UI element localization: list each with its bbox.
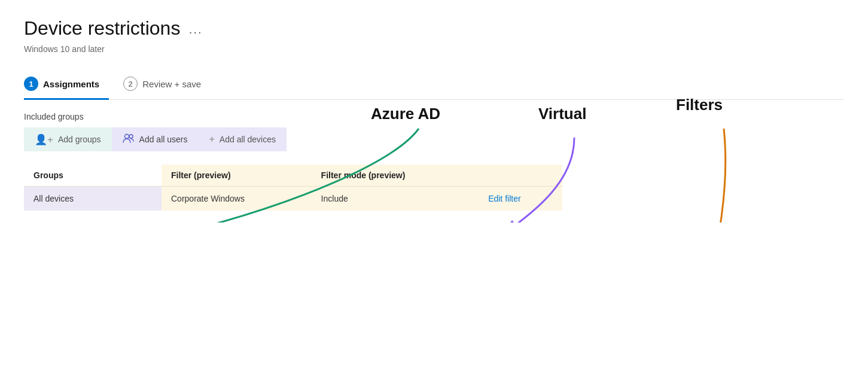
col-header-action [479, 164, 562, 187]
svg-point-0 [124, 134, 129, 138]
annotation-filters: Filters [676, 96, 723, 114]
edit-filter-link[interactable]: Edit filter [488, 194, 520, 203]
more-options-button[interactable]: ··· [189, 25, 203, 38]
add-all-users-button[interactable]: Add all users [112, 127, 199, 151]
add-all-users-label: Add all users [139, 135, 188, 144]
blue-button-group: Add all users + Add all devices [112, 127, 287, 151]
cell-groups: All devices [24, 187, 162, 211]
add-all-users-icon [123, 133, 135, 147]
assignment-table: Groups Filter (preview) Filter mode (pre… [24, 164, 562, 211]
tab-assignments[interactable]: 1 Assignments [24, 71, 109, 100]
add-all-devices-icon: + [209, 134, 214, 145]
tab-label-assignments: Assignments [43, 79, 99, 89]
tab-review-save[interactable]: 2 Review + save [123, 71, 211, 100]
col-header-filter: Filter (preview) [162, 164, 312, 187]
tab-badge-review-save: 2 [123, 77, 138, 91]
cell-filter-mode: Include [312, 187, 479, 211]
cell-filter: Corporate Windows [162, 187, 312, 211]
col-header-groups: Groups [24, 164, 162, 187]
table-row: All devices Corporate Windows Include Ed… [24, 187, 562, 211]
page-subtitle: Windows 10 and later [24, 44, 844, 54]
add-groups-button[interactable]: 👤+ Add groups [24, 127, 112, 151]
cell-action: Edit filter [479, 187, 562, 211]
add-groups-icon: 👤+ [35, 133, 53, 146]
page-title: Device restrictions [24, 17, 180, 39]
svg-point-1 [129, 135, 133, 138]
tab-label-review-save: Review + save [142, 79, 201, 89]
annotation-virtual: Virtual [538, 105, 586, 123]
button-bar: 👤+ Add groups Add all users + Add a [24, 127, 844, 151]
col-header-filter-mode: Filter mode (preview) [312, 164, 479, 187]
add-groups-label: Add groups [58, 135, 101, 144]
tab-badge-assignments: 1 [24, 77, 38, 91]
add-all-devices-label: Add all devices [220, 135, 276, 144]
annotation-azure-ad: Azure AD [371, 105, 440, 123]
add-all-devices-button[interactable]: + Add all devices [198, 127, 287, 151]
